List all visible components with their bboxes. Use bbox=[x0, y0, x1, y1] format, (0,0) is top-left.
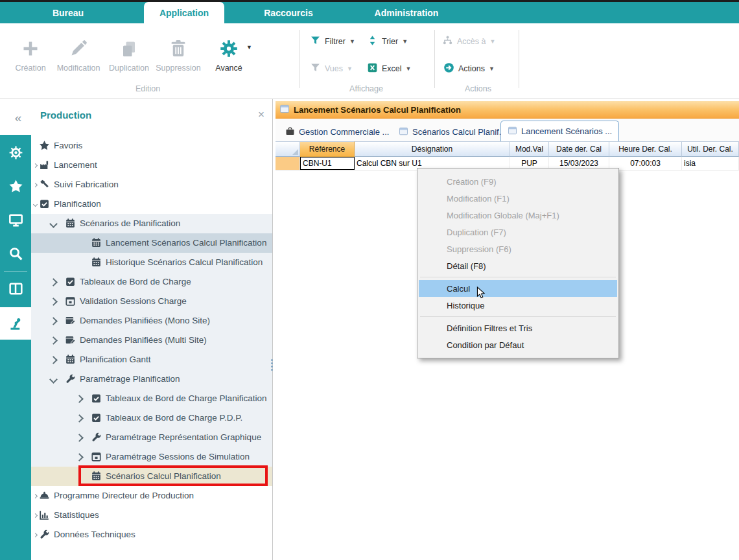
tree-item-demandes-planifiees-mono-site[interactable]: Demandes Planifiées (Mono Site) bbox=[31, 311, 272, 331]
menubar-tab-bureau[interactable]: Bureau bbox=[39, 2, 97, 23]
tree-item-tableaux-de-bord-de-charge-planification[interactable]: Tableaux de Bord de Charge Planification bbox=[31, 389, 272, 408]
column-header-date-der-cal[interactable]: Date der. Cal bbox=[549, 141, 609, 157]
menubar-tab-raccourcis[interactable]: Raccourcis bbox=[255, 2, 322, 23]
ribbon-button-label: Trier bbox=[382, 37, 398, 46]
column-header-util-der-cal[interactable]: Util. Der. Cal. bbox=[682, 141, 739, 157]
chevron-down-icon[interactable]: ▼ bbox=[347, 65, 353, 72]
chevron-right-icon[interactable] bbox=[33, 533, 38, 537]
ribbon-button-creation[interactable]: Création bbox=[5, 31, 56, 88]
chevron-right-icon[interactable] bbox=[49, 356, 58, 364]
calendar-check-icon bbox=[39, 198, 50, 211]
ribbon-button-actions[interactable]: Actions▼ bbox=[443, 61, 495, 76]
context-menu-item-calcul[interactable]: Calcul bbox=[419, 280, 617, 297]
ribbon-button-vues[interactable]: Vues▼ bbox=[310, 61, 353, 76]
filter-icon bbox=[310, 35, 321, 48]
tree-item-label: Planification Gantt bbox=[80, 355, 151, 364]
column-header-mod-val[interactable]: Mod.Val bbox=[510, 141, 549, 157]
sidebar-item-search[interactable] bbox=[0, 237, 31, 270]
tree-item-statistiques[interactable]: Statistiques bbox=[31, 506, 272, 525]
context-menu-item-detail-f8[interactable]: Détail (F8) bbox=[419, 257, 617, 274]
chevron-right-icon[interactable] bbox=[33, 163, 38, 168]
ribbon-button-acces-a[interactable]: Accès à▼ bbox=[442, 34, 495, 49]
tree-item-parametrage-sessions-de-simulation[interactable]: Paramétrage Sessions de Simulation bbox=[31, 447, 272, 467]
panel-splitter-handle[interactable] bbox=[270, 353, 274, 377]
chevron-right-icon[interactable] bbox=[75, 395, 84, 403]
chevron-down-icon[interactable]: ▼ bbox=[489, 65, 495, 72]
context-menu-item-definition-filtres-et-tris[interactable]: Définition Filtres et Tris bbox=[419, 320, 617, 336]
chevron-down-icon[interactable]: ▼ bbox=[489, 38, 495, 45]
context-menu-item-condition-par-defaut[interactable]: Condition par Défaut bbox=[419, 336, 617, 353]
sidebar-item-columns[interactable] bbox=[0, 272, 31, 305]
tree-item-lancement-scenarios-calcul-planification[interactable]: Lancement Scénarios Calcul Planification bbox=[31, 233, 272, 253]
tree-item-favoris[interactable]: Favoris bbox=[31, 136, 272, 156]
chevron-down-icon[interactable] bbox=[49, 375, 58, 384]
chevron-right-icon[interactable] bbox=[75, 414, 84, 423]
chevron-right-icon[interactable] bbox=[33, 513, 38, 518]
ribbon-button-trier[interactable]: Trier▼ bbox=[367, 34, 408, 49]
table-corner-cell[interactable] bbox=[276, 141, 300, 157]
tree-item-label: Validation Sessions Charge bbox=[80, 296, 187, 306]
context-menu-item-historique[interactable]: Historique bbox=[419, 297, 617, 314]
sidebar-item-star[interactable] bbox=[0, 170, 31, 202]
chevron-right-icon[interactable] bbox=[75, 434, 84, 442]
document-tab-scenarios-calcul-planif[interactable]: Scénarios Calcul Planif... bbox=[392, 122, 513, 141]
tree-item-programme-directeur-de-production[interactable]: Programme Directeur de Production bbox=[31, 486, 272, 506]
cell-util-der-cal[interactable]: isia bbox=[682, 157, 739, 170]
cell-heure-der-cal[interactable]: 07:00:03 bbox=[609, 157, 682, 170]
close-panel-icon[interactable]: × bbox=[258, 108, 264, 121]
chevron-down-icon[interactable] bbox=[33, 202, 38, 207]
column-header-heure-der-cal[interactable]: Heure Der. Cal. bbox=[609, 141, 682, 157]
row-selector-cell[interactable] bbox=[276, 157, 300, 170]
tree-item-suivi-fabrication[interactable]: Suivi Fabrication bbox=[31, 175, 272, 194]
ribbon-button-duplication[interactable]: Duplication bbox=[104, 31, 154, 88]
table-header-row: RéférenceDésignationMod.ValDate der. Cal… bbox=[276, 141, 739, 157]
tree-item-scenarios-de-planification[interactable]: Scénarios de Planification bbox=[31, 214, 272, 233]
column-header-designation[interactable]: Désignation bbox=[355, 141, 510, 157]
chevron-right-icon[interactable] bbox=[33, 183, 38, 187]
cell-reference[interactable]: CBN-U1 bbox=[300, 157, 355, 170]
tree-item-label: Lancement Scénarios Calcul Planification bbox=[106, 238, 266, 248]
tree-item-parametrage-planification[interactable]: Paramétrage Planification bbox=[31, 369, 272, 389]
chevron-right-icon[interactable] bbox=[49, 278, 58, 286]
chevron-right-icon[interactable] bbox=[49, 336, 58, 345]
tree-item-tableaux-de-bord-de-charge-p-d-p[interactable]: Tableaux de Bord de Charge P.D.P. bbox=[31, 408, 272, 428]
chevron-right-icon[interactable] bbox=[75, 453, 84, 461]
column-header-reference[interactable]: Référence bbox=[300, 141, 355, 157]
tree-item-demandes-planifiees-multi-site[interactable]: Demandes Planifiées (Multi Site) bbox=[31, 331, 272, 350]
document-tab-lancement-scenarios[interactable]: Lancement Scénarios ... bbox=[500, 121, 619, 141]
corner-triangle-icon bbox=[292, 149, 298, 155]
chevron-down-icon[interactable]: ▼ bbox=[406, 65, 412, 72]
document-tab-gestion-commerciale[interactable]: Gestion Commerciale ... bbox=[279, 122, 395, 141]
data-grid: RéférenceDésignationMod.ValDate der. Cal… bbox=[276, 141, 739, 170]
ribbon-button-avance[interactable]: Avancé▼ bbox=[204, 31, 254, 88]
tree-item-tableaux-de-bord-de-charge[interactable]: Tableaux de Bord de Charge bbox=[31, 272, 272, 292]
chevron-right-icon[interactable] bbox=[49, 298, 58, 306]
tree-item-lancement[interactable]: Lancement bbox=[31, 156, 272, 175]
tree-item-historique-scenarios-calcul-planification[interactable]: Historique Scénarios Calcul Planificatio… bbox=[31, 253, 272, 272]
ribbon-button-filtrer[interactable]: Filtrer▼ bbox=[310, 34, 355, 49]
ribbon-button-excel[interactable]: Excel▼ bbox=[367, 61, 412, 76]
chevron-down-icon[interactable]: ▼ bbox=[246, 44, 252, 51]
chevron-down-icon[interactable] bbox=[49, 220, 58, 228]
tree-item-planification-gantt[interactable]: Planification Gantt bbox=[31, 350, 272, 369]
org-icon bbox=[442, 35, 453, 48]
menubar-tab-application[interactable]: Application bbox=[144, 2, 224, 23]
ribbon-group-label-edition: Edition bbox=[91, 84, 205, 93]
tree-item-planification[interactable]: Planification bbox=[31, 194, 272, 214]
chevron-right-icon[interactable] bbox=[49, 317, 58, 325]
sidebar-item-helm[interactable] bbox=[0, 136, 31, 169]
tree-item-donnees-techniques[interactable]: Données Techniques bbox=[31, 525, 272, 544]
sidebar-item-robot-arm[interactable] bbox=[0, 307, 31, 340]
chevron-down-icon[interactable]: ▼ bbox=[402, 38, 408, 45]
ribbon-button-modification[interactable]: Modification bbox=[53, 31, 104, 88]
chevron-right-icon[interactable] bbox=[33, 494, 38, 498]
tree-item-parametrage-representation-graphique[interactable]: Paramétrage Représentation Graphique bbox=[31, 428, 272, 447]
chevron-down-icon[interactable]: ▼ bbox=[349, 38, 355, 45]
ribbon-button-label: Actions bbox=[458, 64, 485, 73]
ribbon-button-suppression[interactable]: Suppression bbox=[153, 31, 204, 88]
calendar-dot-icon bbox=[65, 296, 76, 309]
menubar-tab-administration[interactable]: Administration bbox=[361, 2, 452, 23]
sidebar-item-monitor[interactable] bbox=[0, 204, 31, 236]
collapse-panel-button[interactable]: « bbox=[8, 109, 29, 127]
tree-item-validation-sessions-charge[interactable]: Validation Sessions Charge bbox=[31, 292, 272, 311]
